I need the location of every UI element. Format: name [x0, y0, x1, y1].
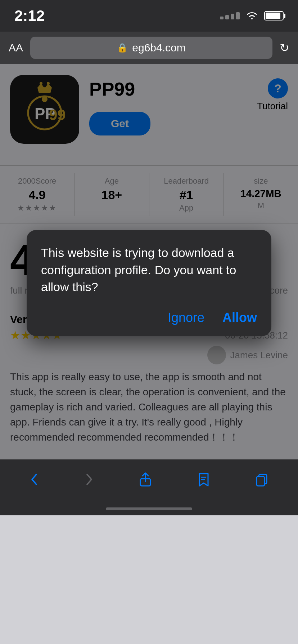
tabs-button[interactable] — [247, 468, 276, 494]
url-bar[interactable]: 🔒 eg6b4.com — [30, 37, 272, 59]
wifi-icon — [245, 8, 258, 23]
dialog-buttons: Ignore Allow — [41, 310, 257, 325]
bookmark-button[interactable] — [189, 468, 218, 494]
home-bar — [106, 507, 192, 510]
status-bar: 2:12 — [0, 0, 298, 32]
status-time: 2:12 — [14, 7, 45, 24]
url-text: eg6b4.com — [132, 42, 185, 54]
aa-button[interactable]: AA — [9, 42, 23, 54]
dialog-box: This website is trying to download a con… — [27, 230, 271, 336]
home-indicator — [0, 502, 298, 515]
share-button[interactable] — [131, 468, 160, 494]
address-bar: AA 🔒 eg6b4.com ↻ — [0, 32, 298, 64]
signal-icon — [220, 12, 240, 19]
dialog-container: This website is trying to download a con… — [0, 230, 298, 336]
reload-button[interactable]: ↻ — [280, 41, 289, 55]
forward-button[interactable] — [76, 468, 101, 494]
back-button[interactable] — [22, 468, 47, 494]
allow-button[interactable]: Allow — [222, 310, 257, 325]
svg-rect-12 — [257, 477, 265, 486]
battery-icon — [264, 11, 284, 20]
ignore-button[interactable]: Ignore — [168, 310, 204, 325]
status-icons — [220, 8, 284, 23]
dialog-message: This website is trying to download a con… — [41, 244, 257, 296]
lock-icon: 🔒 — [117, 43, 128, 53]
bottom-nav — [0, 459, 298, 502]
